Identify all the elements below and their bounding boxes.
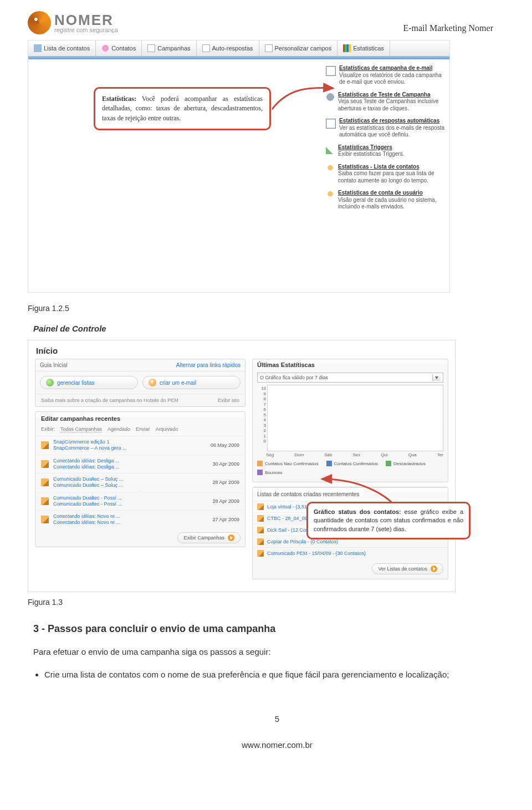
y-tick: 8 — [257, 396, 266, 401]
page-number: 5 — [61, 714, 493, 724]
y-tick: 4 — [257, 417, 266, 422]
legend-bounces: Bounces — [257, 470, 282, 475]
stat-desc: Saiba como fazer para que sua lista de c… — [338, 170, 445, 184]
exibir-campanhas-button[interactable]: Exibir Campanhas — [177, 532, 241, 543]
x-tick: Seg — [266, 452, 274, 457]
filter-label: Exibir: — [41, 426, 55, 432]
tab-auto-respostas[interactable]: Auto-respostas — [197, 40, 259, 56]
chart-icon — [343, 44, 351, 52]
stat-link-triggers[interactable]: Estatísticas TriggersExibir estatísticas… — [326, 144, 445, 158]
x-tick: Sáb — [324, 452, 332, 457]
campaign-date: 27 Apr 2009 — [212, 517, 239, 522]
stat-title: Estatísticas de campanha de e-mail — [339, 65, 445, 72]
gerenciar-listas-button[interactable]: gerenciar listas — [40, 376, 138, 389]
panel-title: Últimas Estatítiscas — [253, 359, 448, 370]
legend-label: Bounces — [265, 470, 282, 475]
filter-enviar[interactable]: Enviar — [136, 426, 150, 432]
stat-desc: Visão geral de cada usuário no sistema, … — [338, 197, 445, 211]
section-heading-3: 3 - Passos para concluir o envio de uma … — [33, 623, 493, 635]
campaign-row[interactable]: Conectando idéias: Novo re ...Conectando… — [35, 510, 245, 529]
chart-range-select[interactable]: O Gráfico fica válido por 7 dias — [257, 373, 443, 383]
campaign-row[interactable]: SnapCommerce edição 1SnapCommerce – A no… — [35, 436, 245, 455]
y-tick: 2 — [257, 428, 266, 433]
tab-campanhas[interactable]: Campanhas — [142, 40, 196, 56]
logo: NOMER registre com segurança — [28, 11, 118, 34]
campaign-date: 06 May 2009 — [211, 442, 239, 448]
pencil-icon — [41, 516, 49, 523]
pencil-icon — [257, 503, 264, 510]
swatch-icon — [257, 470, 263, 475]
swatch-icon — [257, 461, 263, 466]
document-title: E-mail Marketing Nomer — [403, 23, 493, 33]
user-icon — [326, 191, 335, 200]
stat-link-respostas-auto[interactable]: Estatísticas de respostas automáticasVer… — [326, 118, 445, 139]
button-label: Exibir Campanhas — [183, 535, 224, 541]
criar-email-button[interactable]: criar um e-mail — [142, 376, 241, 389]
button-label: gerenciar listas — [57, 380, 94, 386]
x-tick: Qui — [381, 452, 387, 457]
stat-link-lista-contatos[interactable]: Estatísticas - Lista de contatosSaiba co… — [326, 164, 445, 185]
ver-listas-button[interactable]: Ver Listas de contatos — [372, 563, 443, 574]
panel-title: Editar campanhas recentes — [35, 412, 245, 424]
callout-bold: Estatísticas: — [102, 95, 136, 103]
stat-title: Estatísticas Triggers — [338, 144, 404, 151]
campaign-name: SnapCommerce edição 1SnapCommerce – A no… — [53, 439, 206, 452]
exibir-isto-link[interactable]: Exibir isto — [218, 398, 239, 403]
campaign-name: Conectando idéias: Novo re ...Conectando… — [53, 513, 208, 526]
pencil-icon — [41, 441, 49, 449]
tab-label: Lista de contatos — [44, 45, 90, 52]
x-tick: Qua — [408, 452, 417, 457]
filter-todas[interactable]: Todas Campanhas — [60, 426, 102, 432]
contact-list-row[interactable]: Comunicado PEM - 15/04/09 - (30 Contatos… — [253, 547, 448, 559]
stat-link-conta-usuario[interactable]: Estatísticas de conta de usuárioVisão ge… — [326, 190, 445, 211]
screenshot-statistics: Lista de contatos Contatos Campanhas Aut… — [28, 40, 450, 293]
legend-nao-confirmados: Contatos Nao Confirmados — [257, 461, 319, 466]
figure-caption: Figura 1.3 — [28, 598, 493, 607]
pencil-icon — [46, 379, 54, 386]
campaign-date: 30 Apr 2009 — [212, 461, 239, 467]
chevron-down-icon — [432, 374, 441, 381]
callout-estatisticas: Estatísticas: Você poderá acompanhar as … — [94, 87, 271, 130]
envelope-icon — [326, 119, 336, 129]
tab-personalizar[interactable]: Personalizar campos — [259, 40, 338, 56]
legend-confirmados: Contatos Confirmados — [326, 461, 378, 466]
tab-contatos[interactable]: Contatos — [96, 40, 142, 56]
campaign-row[interactable]: Comunicado Dualtec – Soluç ...Comunicado… — [35, 473, 245, 492]
button-label: Ver Listas de contatos — [378, 566, 427, 572]
stat-desc: Visualize os relatórios de cada campanha… — [339, 72, 445, 86]
legend-label: Descadastrados — [393, 461, 426, 466]
stat-link-teste-campanha[interactable]: Estatísticas de Teste de CampanhaVeja se… — [326, 91, 445, 113]
chain-icon — [326, 145, 335, 154]
logo-swirl-icon — [28, 11, 51, 34]
y-tick: 1 — [257, 434, 266, 439]
button-label: criar um e-mail — [160, 380, 196, 386]
plus-icon — [149, 379, 156, 386]
callout-bold: Gráfico status dos contatos: — [314, 508, 401, 515]
stat-title: Estatísticas de respostas automáticas — [339, 118, 445, 125]
campaign-name: Comunicado Dualtec – Soluç ...Comunicado… — [53, 476, 208, 489]
editar-campanhas-panel: Editar campanhas recentes Exibir: Todas … — [35, 411, 245, 547]
filter-agendado[interactable]: Agendado — [108, 426, 130, 432]
x-tick: Dom — [294, 452, 304, 457]
alternar-links-link[interactable]: Alternar para links rápidos — [176, 362, 241, 368]
mail-auto-icon — [202, 44, 210, 52]
legend-label: Contatos Nao Confirmados — [265, 461, 319, 466]
y-tick: 7 — [257, 402, 266, 407]
campaign-name: Conectando idéias: Desliga ...Conectando… — [53, 458, 208, 471]
arrow-right-icon — [228, 534, 234, 541]
logo-text: NOMER — [54, 13, 118, 27]
pencil-icon — [41, 478, 49, 486]
mail-icon — [147, 44, 155, 52]
campaign-row[interactable]: Conectando idéias: Desliga ...Conectando… — [35, 455, 245, 473]
people-icon — [101, 44, 109, 52]
list-name: Copiar de Priscila - (0 Contatos) — [267, 539, 338, 544]
tab-label: Personalizar campos — [275, 45, 332, 52]
stat-desc: Veja seus Teste de Campanhas inclusive a… — [338, 98, 445, 112]
tab-estatisticas[interactable]: Estatisticas — [337, 40, 390, 56]
paragraph: Para efetuar o envio de uma campanha sig… — [33, 646, 493, 659]
filter-arquivado[interactable]: Arquivado — [156, 426, 178, 432]
tab-lista-contatos[interactable]: Lista de contatos — [28, 40, 96, 56]
campaign-row[interactable]: Comunicado Dualtec - Possí ...Comunicado… — [35, 492, 245, 511]
arrow-icon — [267, 81, 339, 115]
stat-link-campanha-email[interactable]: Estatísticas de campanha de e-mailVisual… — [326, 65, 445, 86]
